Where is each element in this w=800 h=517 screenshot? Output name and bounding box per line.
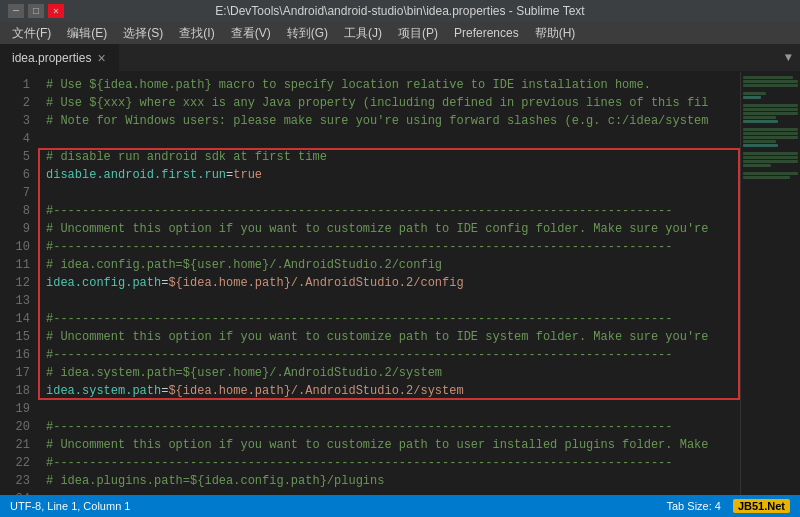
line-number: 22 bbox=[0, 454, 30, 472]
code-line: #---------------------------------------… bbox=[46, 238, 732, 256]
menu-item[interactable]: 工具(J) bbox=[336, 23, 390, 44]
line-number: 3 bbox=[0, 112, 30, 130]
code-line: # disable run android sdk at first time bbox=[46, 148, 732, 166]
minimap-line bbox=[743, 176, 790, 179]
jb51-badge: JB51.Net bbox=[733, 499, 790, 513]
minimap-line bbox=[743, 112, 798, 115]
minimap-line bbox=[743, 76, 793, 79]
minimize-button[interactable]: ─ bbox=[8, 4, 24, 18]
status-left: UTF-8, Line 1, Column 1 bbox=[10, 500, 130, 512]
code-line: idea.config.path=${idea.home.path}/.Andr… bbox=[46, 274, 732, 292]
line-number: 16 bbox=[0, 346, 30, 364]
minimap-line bbox=[743, 172, 798, 175]
line-number: 9 bbox=[0, 220, 30, 238]
line-number: 7 bbox=[0, 184, 30, 202]
code-area[interactable]: # Use ${idea.home.path} macro to specify… bbox=[38, 72, 740, 495]
line-number: 1 bbox=[0, 76, 30, 94]
line-number: 14 bbox=[0, 310, 30, 328]
menu-item[interactable]: 选择(S) bbox=[115, 23, 171, 44]
minimap-line bbox=[743, 156, 798, 159]
code-line: #---------------------------------------… bbox=[46, 418, 732, 436]
title-text: E:\DevTools\Android\android-studio\bin\i… bbox=[68, 4, 732, 18]
line-number: 21 bbox=[0, 436, 30, 454]
status-right: Tab Size: 4 JB51.Net bbox=[667, 499, 791, 513]
menu-item[interactable]: 项目(P) bbox=[390, 23, 446, 44]
line-number: 15 bbox=[0, 328, 30, 346]
code-line bbox=[46, 184, 732, 202]
line-number: 8 bbox=[0, 202, 30, 220]
code-line bbox=[46, 130, 732, 148]
code-line: disable.android.first.run=true bbox=[46, 166, 732, 184]
menu-item[interactable]: 文件(F) bbox=[4, 23, 59, 44]
code-line: #---------------------------------------… bbox=[46, 310, 732, 328]
line-number: 4 bbox=[0, 130, 30, 148]
menu-item[interactable]: 查看(V) bbox=[223, 23, 279, 44]
minimap-line bbox=[743, 128, 798, 131]
code-line: # Uncomment this option if you want to c… bbox=[46, 328, 732, 346]
menu-item[interactable]: 帮助(H) bbox=[527, 23, 584, 44]
line-number: 11 bbox=[0, 256, 30, 274]
tab-label: idea.properties bbox=[12, 51, 91, 65]
minimap-line bbox=[743, 160, 798, 163]
code-line: # Use ${idea.home.path} macro to specify… bbox=[46, 76, 732, 94]
minimap-line bbox=[743, 104, 798, 107]
minimap-line bbox=[743, 96, 761, 99]
active-tab[interactable]: idea.properties × bbox=[0, 44, 119, 71]
code-line: #---------------------------------------… bbox=[46, 202, 732, 220]
minimap-line bbox=[743, 84, 798, 87]
code-line: # Note for Windows users: please make su… bbox=[46, 112, 732, 130]
menu-item[interactable]: 编辑(E) bbox=[59, 23, 115, 44]
code-line: idea.system.path=${idea.home.path}/.Andr… bbox=[46, 382, 732, 400]
tab-close-button[interactable]: × bbox=[97, 50, 105, 66]
code-line: # idea.system.path=${user.home}/.Android… bbox=[46, 364, 732, 382]
minimap-line bbox=[743, 108, 798, 111]
minimap-line bbox=[743, 136, 798, 139]
line-number: 24 bbox=[0, 490, 30, 495]
minimap-line bbox=[743, 116, 776, 119]
minimap bbox=[740, 72, 800, 495]
line-number: 23 bbox=[0, 472, 30, 490]
code-line: # Uncomment this option if you want to c… bbox=[46, 220, 732, 238]
line-number: 13 bbox=[0, 292, 30, 310]
code-line bbox=[46, 400, 732, 418]
menu-item[interactable]: Preferences bbox=[446, 24, 527, 42]
menu-bar: 文件(F)编辑(E)选择(S)查找(I)查看(V)转到(G)工具(J)项目(P)… bbox=[0, 22, 800, 44]
menu-item[interactable]: 查找(I) bbox=[171, 23, 222, 44]
title-bar: ─ □ ✕ E:\DevTools\Android\android-studio… bbox=[0, 0, 800, 22]
line-number: 19 bbox=[0, 400, 30, 418]
line-number: 2 bbox=[0, 94, 30, 112]
close-button[interactable]: ✕ bbox=[48, 4, 64, 18]
line-number: 17 bbox=[0, 364, 30, 382]
status-bar: UTF-8, Line 1, Column 1 Tab Size: 4 JB51… bbox=[0, 495, 800, 517]
code-line: # idea.plugins.path=${idea.config.path}/… bbox=[46, 472, 732, 490]
code-line: # idea.config.path=${user.home}/.Android… bbox=[46, 256, 732, 274]
line-number: 12 bbox=[0, 274, 30, 292]
line-number: 10 bbox=[0, 238, 30, 256]
line-number: 5 bbox=[0, 148, 30, 166]
minimap-line bbox=[743, 144, 778, 147]
minimap-line bbox=[743, 80, 798, 83]
code-line: #---------------------------------------… bbox=[46, 346, 732, 364]
minimap-line bbox=[743, 132, 798, 135]
code-line bbox=[46, 490, 732, 495]
minimap-line bbox=[743, 152, 798, 155]
code-line: # Use ${xxx} where xxx is any Java prope… bbox=[46, 94, 732, 112]
minimap-content bbox=[741, 72, 800, 184]
line-number: 6 bbox=[0, 166, 30, 184]
maximize-button[interactable]: □ bbox=[28, 4, 44, 18]
minimap-line bbox=[743, 120, 778, 123]
minimap-line bbox=[743, 164, 771, 167]
tab-bar: idea.properties × ▼ bbox=[0, 44, 800, 72]
minimap-line bbox=[743, 140, 776, 143]
menu-item[interactable]: 转到(G) bbox=[279, 23, 336, 44]
line-number: 18 bbox=[0, 382, 30, 400]
line-number: 20 bbox=[0, 418, 30, 436]
tab-dropdown[interactable]: ▼ bbox=[777, 44, 800, 71]
code-line: #---------------------------------------… bbox=[46, 454, 732, 472]
code-line bbox=[46, 292, 732, 310]
code-line: # Uncomment this option if you want to c… bbox=[46, 436, 732, 454]
tab-size-label: Tab Size: 4 bbox=[667, 500, 721, 512]
editor-container: 1234567891011121314151617181920212223242… bbox=[0, 72, 800, 495]
line-numbers: 1234567891011121314151617181920212223242… bbox=[0, 72, 38, 495]
minimap-line bbox=[743, 92, 766, 95]
